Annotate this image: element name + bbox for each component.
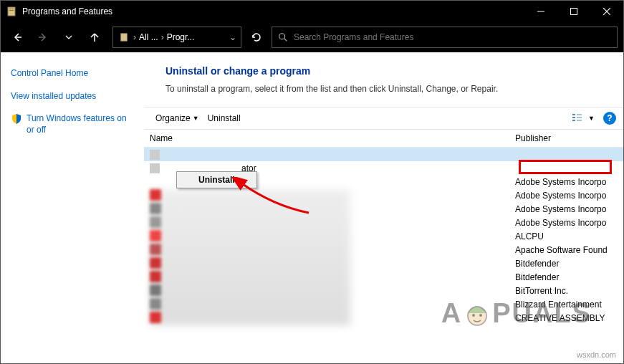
- publisher-cell: Adobe Systems Incorpo: [509, 218, 623, 228]
- recent-locations-button[interactable]: [58, 27, 80, 48]
- content-area: Control Panel Home View installed update…: [1, 52, 623, 363]
- uninstall-label: Uninstall: [208, 113, 241, 123]
- window-controls: [524, 1, 623, 22]
- breadcrumb-icon: [117, 31, 130, 44]
- page-subtitle: To uninstall a program, select it from t…: [144, 84, 623, 107]
- navbar: › All ... › Progr... ⌄: [1, 22, 623, 52]
- table-row[interactable]: [144, 148, 623, 161]
- forward-button[interactable]: [32, 27, 54, 48]
- svg-line-11: [284, 39, 287, 42]
- breadcrumb-segment[interactable]: Progr...: [167, 32, 195, 42]
- refresh-button[interactable]: [246, 27, 267, 48]
- svg-point-10: [279, 34, 285, 39]
- publisher-cell: Apache Software Found: [509, 245, 623, 255]
- search-input[interactable]: [294, 32, 611, 42]
- context-menu: Uninstall: [176, 171, 257, 188]
- main-panel: Uninstall or change a program To uninsta…: [144, 52, 623, 363]
- up-button[interactable]: [84, 27, 105, 48]
- organize-label: Organize: [155, 113, 191, 123]
- chevron-down-icon: ▼: [193, 115, 199, 122]
- maximize-button[interactable]: [557, 1, 590, 22]
- publisher-cell: BitTorrent Inc.: [509, 286, 623, 296]
- breadcrumb-segment[interactable]: All ...: [139, 32, 158, 42]
- back-button[interactable]: [6, 27, 28, 48]
- blurred-content: [150, 189, 350, 325]
- program-list: Name Publisher ator Adobe Systems Incorp…: [144, 130, 623, 363]
- publisher-cell: Adobe Systems Incorpo: [509, 204, 623, 214]
- publisher-cell: Blizzard Entertainment: [509, 300, 623, 310]
- page-heading: Uninstall or change a program: [144, 65, 623, 84]
- column-header-name[interactable]: Name: [144, 130, 509, 147]
- publisher-cell: Adobe Systems Incorpo: [509, 177, 623, 187]
- svg-rect-0: [8, 7, 15, 16]
- column-header-publisher[interactable]: Publisher: [509, 130, 623, 147]
- svg-rect-12: [572, 114, 575, 115]
- window-title: Programs and Features: [22, 6, 524, 16]
- search-icon: [278, 32, 288, 42]
- column-headers: Name Publisher: [144, 130, 623, 148]
- sidebar-link-updates[interactable]: View installed updates: [11, 91, 134, 102]
- chevron-right-icon: ›: [161, 32, 164, 42]
- publisher-cell: Bitdefender: [509, 272, 623, 282]
- close-button[interactable]: [590, 1, 623, 22]
- uninstall-button[interactable]: Uninstall: [203, 112, 245, 125]
- publisher-cell: CREATIVE ASSEMBLY: [509, 313, 623, 323]
- view-options-button[interactable]: ▼: [567, 112, 599, 125]
- svg-rect-1: [9, 9, 14, 9]
- sidebar: Control Panel Home View installed update…: [1, 52, 144, 363]
- search-box[interactable]: [272, 27, 618, 48]
- chevron-right-icon: ›: [133, 32, 136, 42]
- publisher-cell: Bitdefender: [509, 259, 623, 269]
- source-mark: wsxdn.com: [577, 350, 616, 359]
- shield-icon: [11, 113, 22, 125]
- app-icon: [1, 6, 22, 17]
- blurred-icons: [150, 189, 163, 325]
- help-button[interactable]: ?: [603, 112, 616, 125]
- sidebar-link-windows-features[interactable]: Turn Windows features on or off: [27, 113, 134, 135]
- sidebar-link-home[interactable]: Control Panel Home: [11, 68, 134, 80]
- minimize-button[interactable]: [524, 1, 557, 22]
- publisher-cell: Adobe Systems Incorpo: [509, 191, 623, 201]
- svg-rect-9: [121, 34, 128, 42]
- breadcrumb[interactable]: › All ... › Progr... ⌄: [112, 27, 241, 48]
- svg-rect-14: [572, 120, 575, 121]
- toolbar: Organize ▼ Uninstall ▼ ?: [144, 107, 623, 130]
- program-icon: [150, 163, 160, 173]
- organize-button[interactable]: Organize ▼: [151, 112, 203, 125]
- svg-rect-13: [572, 117, 575, 118]
- publisher-cell: ALCPU: [509, 231, 623, 241]
- titlebar: Programs and Features: [1, 1, 623, 22]
- svg-rect-2: [9, 10, 14, 11]
- chevron-down-icon: ▼: [588, 115, 595, 122]
- context-menu-item-uninstall[interactable]: Uninstall: [177, 172, 256, 188]
- program-icon: [150, 150, 160, 160]
- svg-rect-4: [571, 9, 577, 15]
- chevron-down-icon[interactable]: ⌄: [229, 32, 236, 42]
